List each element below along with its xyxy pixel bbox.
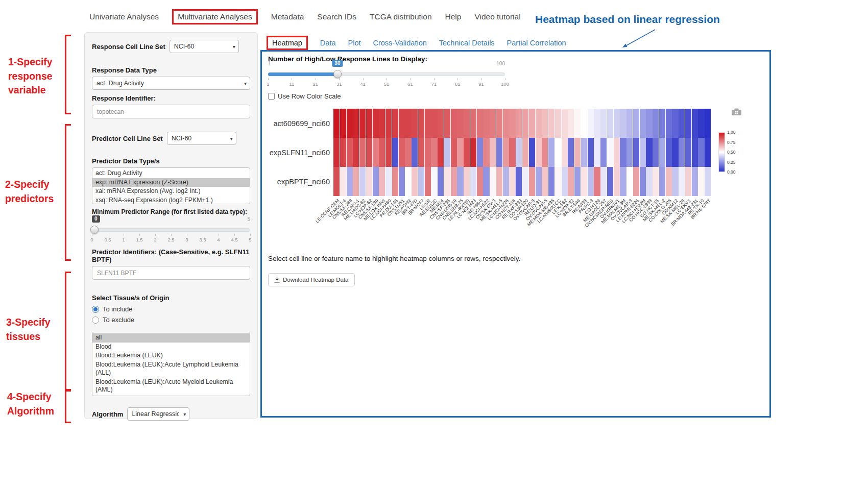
tissue-option[interactable]: all [92, 333, 250, 343]
response-cell-line-set-select[interactable]: NCI-60 [170, 40, 239, 53]
nav-item-multivariate-analyses[interactable]: Multivariate Analyses [172, 9, 258, 25]
heatmap-cell [705, 167, 711, 196]
heatmap-cell [496, 167, 502, 196]
heatmap-row-label[interactable]: expSLFN11_nci60 [270, 149, 330, 157]
heatmap-cell [451, 167, 457, 196]
tissue-include-radio[interactable]: To include [92, 305, 250, 313]
nav-item-metadata[interactable]: Metadata [271, 12, 304, 21]
heatmap-cell [379, 138, 385, 167]
slider-handle[interactable] [90, 226, 99, 234]
tab-cross-validation[interactable]: Cross-Validation [373, 39, 426, 47]
heatmap-cell [568, 109, 574, 138]
heatmap-cell [672, 109, 678, 138]
tissue-listbox[interactable]: allBloodBlood:Leukemia (LEUK)Blood:Leuke… [92, 332, 250, 396]
heatmap-cell [347, 109, 353, 138]
slider-track[interactable] [92, 228, 250, 232]
annotation-bracket-2 [65, 124, 71, 261]
heatmap-cell [418, 167, 424, 196]
slider-tick-mark [234, 234, 235, 236]
download-heatmap-data-button[interactable]: Download Heatmap Data [268, 273, 355, 286]
heatmap-row-label[interactable]: expBPTF_nci60 [277, 178, 330, 186]
algorithm-select[interactable]: Linear Regression [127, 407, 189, 421]
nav-item-univariate-analyses[interactable]: Univariate Analyses [89, 12, 159, 21]
tissue-option[interactable]: Blood:Leukemia (LEUK):Chronic Myelogenou… [92, 395, 250, 396]
predictor-data-types-listbox[interactable]: act: Drug Activityexp: mRNA Expression (… [92, 167, 250, 204]
predictor-data-type-option[interactable]: xsq: RNA-seq Expression (log2 FPKM+1.) [92, 196, 250, 204]
heatmap-grid[interactable] [333, 109, 711, 196]
heatmap-cell [692, 138, 698, 167]
heatmap-cell [555, 167, 561, 196]
nav-item-tcga-distribution[interactable]: TCGA distribution [370, 12, 431, 21]
annotation-step-3: 3-Specify tissues [6, 315, 51, 344]
predictor-identifiers-input[interactable] [92, 266, 250, 280]
slider-tick-mark [316, 78, 316, 80]
tissue-option[interactable]: Blood:Leukemia (LEUK) [92, 351, 250, 360]
tab-data[interactable]: Data [320, 39, 336, 47]
heatmap-cell [359, 109, 366, 138]
heatmap-row-label[interactable]: act609699_nci60 [274, 119, 330, 128]
predictor-cell-line-set-select[interactable]: NCI-60 [167, 132, 236, 145]
slider-value-badge: 0 [92, 215, 100, 223]
predictor-data-type-option[interactable]: xai: mRNA Expression (Avg. log2 Int.) [92, 187, 250, 196]
heatmap-cell [588, 109, 594, 138]
heatmap-cell [340, 138, 346, 167]
tissue-exclude-radio[interactable]: To exclude [92, 316, 250, 324]
nav-item-help[interactable]: Help [445, 12, 462, 21]
tab-heatmap[interactable]: Heatmap [267, 36, 308, 50]
slider-tick-label: 41 [360, 81, 366, 87]
heatmap-cell [698, 138, 704, 167]
slider-tick-label: 5 [249, 237, 251, 242]
colorbar-tick-label: 0.75 [727, 140, 736, 145]
radio-unselected-icon [92, 316, 99, 324]
nav-item-search-ids[interactable]: Search IDs [317, 12, 356, 21]
slider-tick-mark [124, 234, 124, 236]
heatmap-cell [373, 167, 379, 196]
heatmap-cell [536, 109, 542, 138]
tab-partial-correlation[interactable]: Partial Correlation [507, 39, 566, 47]
heatmap-cell [607, 138, 613, 167]
heatmap-cell [483, 138, 489, 167]
heatmap-cell [379, 167, 385, 196]
tissue-option[interactable]: Blood:Leukemia (LEUK):Acute Myeloid Leuk… [92, 378, 250, 395]
heatmap-cell [444, 138, 450, 167]
heatmap-cell [490, 109, 496, 138]
sidebar: Response Cell Line Set NCI-60 Response D… [84, 32, 258, 419]
slider-handle[interactable] [333, 70, 342, 78]
response-identifier-input[interactable] [92, 105, 250, 118]
top-nav: Univariate AnalysesMultivariate Analyses… [89, 9, 521, 25]
heatmap-cell [594, 138, 600, 167]
heatmap-cell [373, 138, 379, 167]
download-icon [274, 277, 280, 283]
slider-tick-label: 4.5 [231, 237, 237, 242]
slider-value-badge: 30 [332, 60, 343, 67]
tissue-option[interactable]: Blood [92, 343, 250, 352]
camera-icon[interactable] [732, 108, 741, 115]
tissue-option[interactable]: Blood:Leukemia (LEUK):Acute Lymphoid Leu… [92, 360, 250, 377]
heatmap-cell [659, 167, 665, 196]
slider-tick-mark [410, 78, 411, 80]
slider-tick-label: 61 [407, 81, 413, 87]
heatmap-cell [529, 138, 535, 167]
heatmap-cell [679, 167, 685, 196]
heatmap-cell [594, 167, 600, 196]
heatmap-column-labels: LE:CCRF-CEMLE:MOLT-4CNS:SF-268RE:CAKI-1M… [333, 198, 711, 259]
heatmap-cell [340, 167, 346, 196]
predictor-data-type-option[interactable]: exp: mRNA Expression (Z-Score) [92, 178, 250, 187]
heatmap-cell [626, 109, 633, 138]
heatmap-cell [548, 167, 554, 196]
response-data-type-select[interactable]: act: Drug Activity [92, 77, 250, 90]
tab-plot[interactable]: Plot [348, 39, 360, 47]
predictor-data-type-option[interactable]: act: Drug Activity [92, 169, 250, 178]
slider-tick-mark [505, 78, 505, 80]
slider-tick-label: 91 [478, 81, 484, 87]
heatmap-cell [496, 138, 502, 167]
predictor-identifiers-label: Predictor Identifiers: (Case-Sensitive, … [92, 248, 250, 263]
min-predictor-range-slider[interactable]: 0 5 00.511.522.533.544.55 [92, 216, 250, 244]
row-color-scale-checkbox[interactable] [268, 93, 275, 100]
slider-tick-label: 2.5 [167, 237, 174, 242]
heatmap-cell [353, 167, 359, 196]
heatmap-cell [640, 167, 646, 196]
nav-item-video-tutorial[interactable]: Video tutorial [474, 12, 520, 21]
high-low-lines-slider[interactable]: 1 100 30 1112131415161718191100 [268, 61, 505, 88]
tab-technical-details[interactable]: Technical Details [439, 39, 495, 47]
